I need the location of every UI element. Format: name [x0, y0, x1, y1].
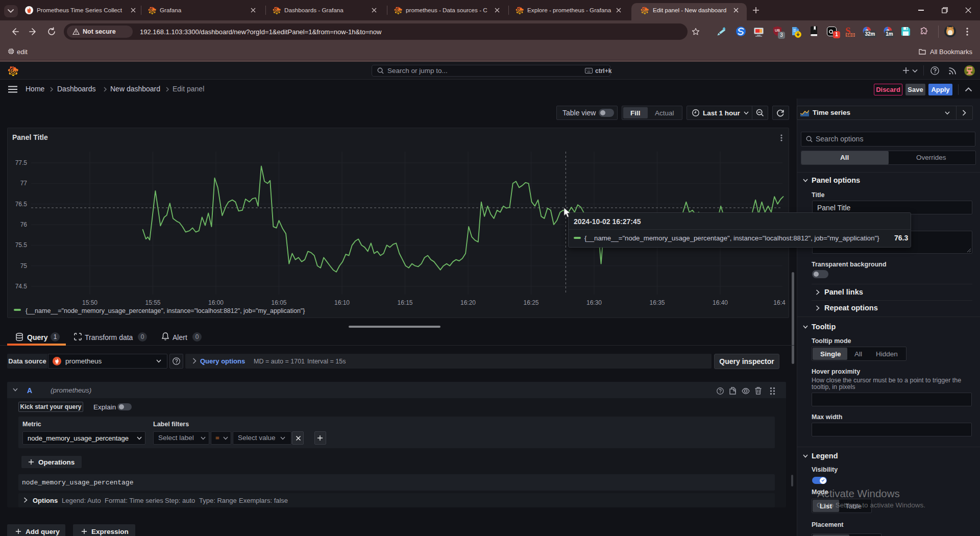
- svg-text:76: 76: [20, 221, 28, 228]
- svg-text:15:55: 15:55: [145, 299, 160, 306]
- svg-text:{__name__="node_memory_usage_p: {__name__="node_memory_usage_percentage"…: [26, 307, 305, 314]
- svg-text:77.5: 77.5: [15, 159, 28, 166]
- svg-text:15:50: 15:50: [82, 299, 97, 306]
- svg-text:16:30: 16:30: [586, 299, 602, 306]
- svg-text:16:10: 16:10: [334, 299, 350, 306]
- svg-text:16:20: 16:20: [460, 299, 476, 306]
- svg-text:16:25: 16:25: [523, 299, 538, 306]
- svg-text:16:4: 16:4: [773, 299, 786, 306]
- svg-text:75.5: 75.5: [15, 241, 28, 249]
- svg-text:16:35: 16:35: [649, 299, 665, 306]
- svg-text:75: 75: [20, 262, 28, 270]
- svg-text:16:40: 16:40: [713, 299, 728, 306]
- svg-text:77: 77: [20, 180, 28, 187]
- svg-text:16:00: 16:00: [208, 299, 224, 306]
- svg-text:74.5: 74.5: [15, 283, 28, 290]
- svg-text:76.5: 76.5: [15, 201, 28, 208]
- svg-text:16:15: 16:15: [397, 299, 412, 306]
- svg-text:16:05: 16:05: [271, 299, 286, 306]
